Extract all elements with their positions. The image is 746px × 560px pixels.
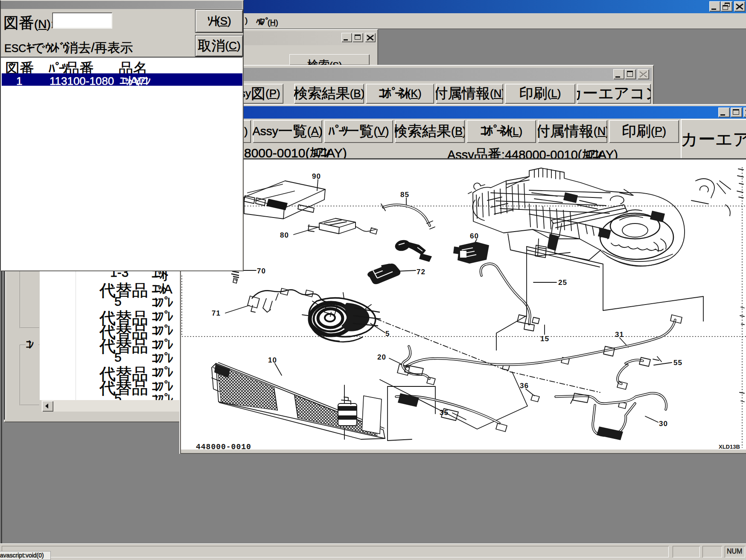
svg-text:XLD13B: XLD13B bbox=[719, 444, 740, 450]
svg-text:25: 25 bbox=[558, 279, 567, 287]
svg-text:70: 70 bbox=[257, 267, 266, 275]
svg-text:55: 55 bbox=[673, 359, 682, 367]
svg-text:60: 60 bbox=[470, 232, 479, 240]
svg-text:72: 72 bbox=[417, 268, 425, 276]
svg-text:36: 36 bbox=[520, 382, 529, 390]
svg-text:10: 10 bbox=[268, 356, 277, 364]
svg-text:15: 15 bbox=[540, 335, 549, 343]
svg-text:85: 85 bbox=[400, 191, 409, 199]
svg-text:448000-0010: 448000-0010 bbox=[196, 443, 251, 450]
svg-text:30: 30 bbox=[659, 420, 668, 428]
svg-text:80: 80 bbox=[280, 231, 289, 239]
svg-text:35: 35 bbox=[440, 409, 449, 417]
svg-text:31: 31 bbox=[615, 331, 624, 339]
svg-text:71: 71 bbox=[212, 309, 221, 317]
svg-text:90: 90 bbox=[312, 172, 321, 180]
svg-text:20: 20 bbox=[377, 353, 386, 361]
svg-text:5: 5 bbox=[385, 330, 390, 338]
